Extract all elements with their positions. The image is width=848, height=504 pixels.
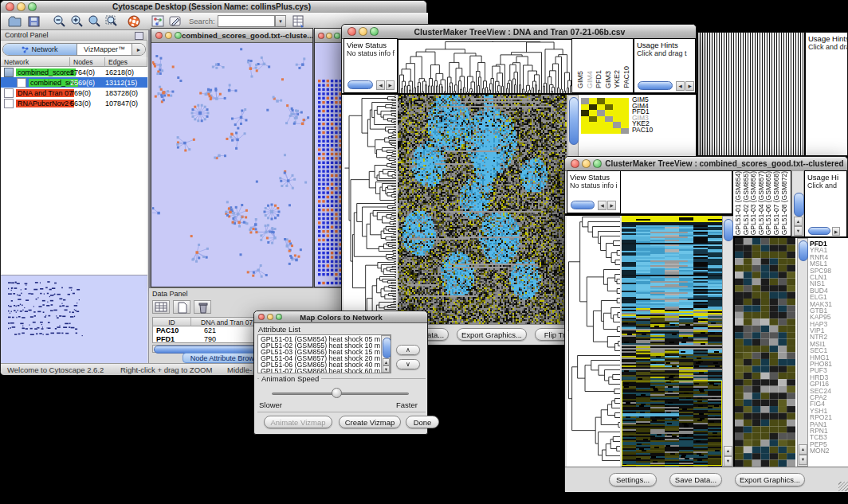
attribute-list-item[interactable]: GPL51-07 (GSM868) heat shock 60 min <box>261 368 380 373</box>
animate-vizmap-button[interactable]: Animate Vizmap <box>264 416 332 428</box>
scrollbar-thumb[interactable] <box>383 338 391 358</box>
attribute-list-item[interactable]: GPL51-01 (GSM854) heat shock 05 min <box>261 336 380 342</box>
scroll-down-arrow[interactable]: ▼ <box>794 226 803 236</box>
network-list-row[interactable]: combined_sco2569(6)13112(15) <box>1 77 147 88</box>
create-network-view-icon[interactable] <box>151 14 166 29</box>
scroll-up-arrow[interactable]: ▲ <box>799 444 807 455</box>
maximize-button[interactable] <box>276 314 282 320</box>
scroll-down-arrow[interactable]: ▼ <box>383 365 390 373</box>
minimize-button[interactable] <box>267 314 273 320</box>
tv2-row-dendrogram[interactable] <box>567 216 620 467</box>
attribute-list-item[interactable]: GPL51-04 (GSM857) heat shock 20 min <box>261 355 380 361</box>
network-list-row[interactable]: DNA and Tran 07769(0)183728(0) <box>1 88 147 98</box>
tv1-heatmap[interactable] <box>398 95 567 324</box>
tv2-genes-vscrollbar[interactable]: ▲ ▼ <box>797 238 808 467</box>
tab-network[interactable]: Network <box>3 44 77 55</box>
speed-slider-thumb[interactable] <box>332 388 342 398</box>
close-button[interactable] <box>6 2 14 11</box>
tv2-zoom-heatmap[interactable] <box>735 238 795 467</box>
scroll-down-arrow[interactable]: ▼ <box>724 456 732 467</box>
attribute-list-item[interactable]: GPL51-03 (GSM856) heat shock 15 min <box>261 349 380 355</box>
tabs-overflow-button[interactable]: ► <box>132 44 145 55</box>
close-button[interactable] <box>571 159 579 168</box>
tv2-vscrollbar[interactable]: ▲ ▼ <box>722 216 733 467</box>
scroll-left-arrow[interactable]: ◀ <box>676 81 685 91</box>
tv1-mini-heatmap[interactable] <box>581 98 629 134</box>
tv2-heatmap[interactable] <box>622 216 722 467</box>
tv1-row-dendrogram[interactable] <box>344 95 396 324</box>
help-ring-icon[interactable] <box>127 14 142 29</box>
close-button[interactable] <box>258 314 265 320</box>
network-canvas[interactable] <box>152 43 312 286</box>
save-icon[interactable] <box>26 14 41 29</box>
scrollbar-thumb[interactable] <box>571 201 595 209</box>
scrollbar-thumb[interactable] <box>569 97 579 145</box>
minimize-button[interactable] <box>359 27 367 36</box>
dialog-titlebar[interactable]: Map Colors to Network <box>254 311 427 323</box>
annotation-icon[interactable] <box>168 14 183 29</box>
import-table-icon[interactable] <box>291 14 306 29</box>
scroll-left-arrow[interactable]: ◀ <box>598 201 607 210</box>
zoom-selected-icon[interactable] <box>104 14 120 29</box>
scroll-left-arrow[interactable]: ◀ <box>376 80 385 90</box>
maximize-button[interactable] <box>334 33 340 39</box>
close-button[interactable] <box>155 32 163 39</box>
col-network[interactable]: Network <box>1 57 70 67</box>
network-view-titlebar[interactable]: combined_scores_good.txt--cluste... <box>151 29 312 43</box>
maximize-button[interactable] <box>593 159 602 168</box>
search-input[interactable] <box>218 15 275 27</box>
new-attribute-icon[interactable] <box>173 300 190 314</box>
attribute-table-icon[interactable] <box>152 300 170 314</box>
scrollbar-thumb[interactable] <box>794 193 804 217</box>
zoom-out-icon[interactable] <box>52 14 67 29</box>
close-button[interactable] <box>347 27 356 36</box>
create-vizmap-button[interactable]: Create Vizmap <box>339 416 401 428</box>
scrollbar-thumb[interactable] <box>638 81 673 90</box>
tv2-labels-vscrollbar[interactable]: ▲ ▼ <box>791 170 804 236</box>
attribute-list-item[interactable]: GPL51-06 (GSM865) heat shock 40 min <box>261 361 380 368</box>
scroll-down-arrow[interactable]: ▼ <box>799 455 807 465</box>
zoom-fit-icon[interactable] <box>87 14 102 29</box>
network-list-row[interactable]: combined_scores2764(0)16218(0) <box>1 67 147 77</box>
search-dropdown-arrow[interactable]: ▼ <box>275 15 286 27</box>
tv1-column-dendrogram[interactable] <box>398 39 573 94</box>
delete-attribute-icon[interactable] <box>194 300 211 314</box>
maximize-button[interactable] <box>370 27 379 36</box>
scroll-right-arrow[interactable]: ▶ <box>607 201 616 210</box>
resize-grip[interactable] <box>838 482 848 491</box>
column-dendrogram-fragment[interactable] <box>697 33 804 155</box>
col-nodes[interactable]: Nodes <box>70 57 105 67</box>
scrollbar-thumb[interactable] <box>808 227 830 235</box>
tab-vizmapper[interactable]: VizMapper™ <box>77 44 132 55</box>
scroll-up-arrow[interactable]: ▲ <box>724 446 732 456</box>
network-overview-canvas[interactable] <box>7 279 141 358</box>
listbox-scrollbar[interactable]: ▲ ▼ <box>381 335 391 373</box>
scrollbar-thumb[interactable] <box>724 219 733 241</box>
scroll-right-arrow[interactable]: ▶ <box>832 227 840 236</box>
minimize-button[interactable] <box>165 32 172 39</box>
network-canvas-2[interactable] <box>317 78 343 287</box>
move-up-button[interactable]: ∧ <box>396 345 420 355</box>
minimize-button[interactable] <box>326 33 332 39</box>
col-edges[interactable]: Edges <box>105 57 147 67</box>
tv2-button[interactable]: Settings... <box>609 473 657 486</box>
tv1-button[interactable]: Export Graphics... <box>457 328 527 341</box>
scrollbar-thumb[interactable] <box>799 240 808 261</box>
tv2-button[interactable]: Export Graphics... <box>735 473 805 486</box>
minimize-button[interactable] <box>582 159 591 168</box>
open-file-icon[interactable] <box>7 14 22 29</box>
minimize-button[interactable] <box>17 2 26 11</box>
tv2-button[interactable]: Save Data... <box>669 473 722 486</box>
maximize-button[interactable] <box>28 2 37 11</box>
scroll-right-arrow[interactable]: ▶ <box>685 81 694 91</box>
network-list-row[interactable]: RNAPuberNov2+563(0)107847(0) <box>1 98 147 108</box>
maximize-button[interactable] <box>175 32 182 39</box>
zoom-in-icon[interactable] <box>69 14 84 29</box>
scroll-up-arrow[interactable]: ▲ <box>383 358 390 365</box>
treeview1-titlebar[interactable]: ClusterMaker TreeView : DNA and Tran 07-… <box>342 25 696 39</box>
float-panel-icon[interactable] <box>135 32 143 40</box>
cytoscape-titlebar[interactable]: Cytoscape Desktop (Session Name: collins… <box>1 1 426 14</box>
tv2-column-dendrogram-area[interactable] <box>621 170 732 216</box>
close-button[interactable] <box>318 33 324 39</box>
network-overview-panel[interactable] <box>1 275 147 363</box>
